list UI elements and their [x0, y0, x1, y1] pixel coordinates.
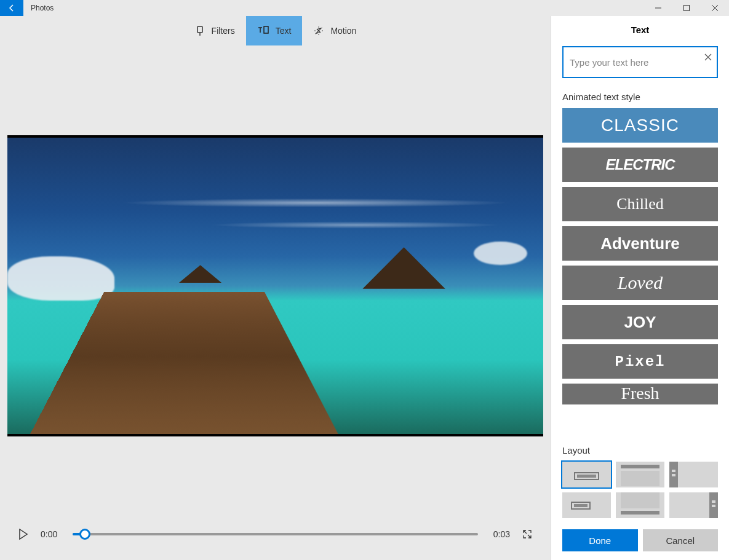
- clear-text-button[interactable]: [704, 52, 712, 63]
- slider-thumb[interactable]: [79, 529, 90, 540]
- sidebar-title: Text: [562, 25, 718, 35]
- style-joy[interactable]: JOY: [562, 305, 718, 339]
- svg-rect-1: [684, 6, 690, 11]
- style-electric[interactable]: ELECTRIC: [562, 148, 718, 182]
- style-chilled[interactable]: Chilled: [562, 187, 718, 221]
- tab-filters-label: Filters: [212, 26, 235, 36]
- text-sidebar: Text Animated text style CLASSIC ELECTRI…: [551, 16, 729, 560]
- main-panel: Filters Text Motion: [0, 16, 551, 560]
- style-loved[interactable]: Loved: [562, 266, 718, 300]
- style-classic[interactable]: CLASSIC: [562, 108, 718, 143]
- layout-option-2[interactable]: [616, 462, 664, 487]
- layout-option-5[interactable]: [616, 492, 664, 518]
- svg-point-5: [322, 30, 324, 31]
- play-icon: [18, 529, 28, 540]
- layout-section-label: Layout: [562, 445, 718, 455]
- playback-slider[interactable]: [73, 533, 478, 535]
- minimize-button[interactable]: [644, 0, 672, 16]
- close-icon: [711, 4, 719, 12]
- layout-option-4[interactable]: [562, 492, 611, 518]
- layout-option-1[interactable]: [562, 462, 611, 487]
- style-pixel[interactable]: Pixel: [562, 344, 718, 379]
- done-button[interactable]: Done: [562, 529, 638, 551]
- svg-point-4: [315, 30, 316, 31]
- tab-motion-label: Motion: [330, 26, 356, 36]
- tab-text[interactable]: Text: [246, 16, 303, 45]
- tab-motion[interactable]: Motion: [302, 16, 367, 45]
- tab-filters[interactable]: Filters: [183, 16, 246, 45]
- expand-icon: [522, 529, 532, 539]
- sidebar-footer: Done Cancel: [562, 529, 718, 551]
- text-styles-list: CLASSIC ELECTRIC Chilled Adventure Loved…: [562, 108, 718, 436]
- video-preview[interactable]: [7, 135, 543, 436]
- filters-icon: [194, 25, 205, 36]
- minimize-icon: [655, 4, 662, 12]
- editor-toolbar: Filters Text Motion: [0, 16, 551, 45]
- layout-grid: [562, 462, 718, 518]
- maximize-button[interactable]: [672, 0, 701, 16]
- motion-icon: [313, 25, 324, 36]
- current-time: 0:00: [41, 529, 60, 539]
- duration-time: 0:03: [490, 529, 510, 539]
- svg-point-6: [319, 26, 320, 28]
- style-section-label: Animated text style: [562, 92, 718, 102]
- cancel-button[interactable]: Cancel: [643, 529, 719, 551]
- layout-option-6[interactable]: [669, 492, 718, 518]
- tab-text-label: Text: [276, 26, 292, 36]
- layout-option-3[interactable]: [669, 462, 718, 487]
- maximize-icon: [683, 4, 690, 12]
- svg-rect-2: [197, 26, 202, 33]
- text-icon: [257, 25, 269, 36]
- arrow-left-icon: [7, 3, 17, 13]
- play-button[interactable]: [18, 529, 28, 540]
- svg-point-7: [319, 34, 320, 35]
- style-fresh[interactable]: Fresh: [562, 384, 718, 404]
- titlebar: Photos: [0, 0, 729, 16]
- back-button[interactable]: [0, 0, 23, 16]
- fullscreen-button[interactable]: [522, 529, 532, 539]
- app-title: Photos: [23, 0, 61, 16]
- x-icon: [704, 53, 712, 61]
- player-bar: 0:00 0:03: [7, 516, 543, 553]
- text-input[interactable]: [562, 46, 718, 78]
- close-button[interactable]: [701, 0, 729, 16]
- style-adventure[interactable]: Adventure: [562, 226, 718, 261]
